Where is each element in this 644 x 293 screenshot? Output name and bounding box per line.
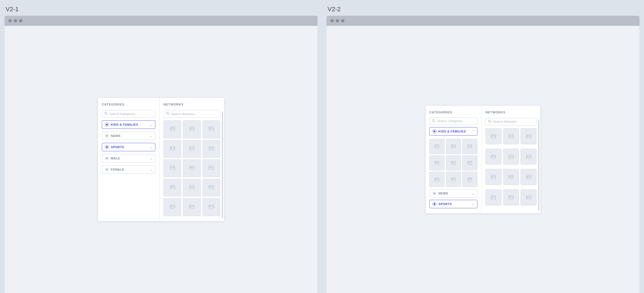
svg-point-59 (509, 135, 510, 136)
v2-net-thumb-5[interactable] (503, 149, 519, 165)
v2-net-thumb-6[interactable] (521, 149, 537, 165)
v2-inline-thumb-1[interactable] (429, 139, 445, 154)
v2-networks-panel: NETWORKS Search Networks... (482, 106, 540, 213)
v1-scrollbar[interactable] (222, 112, 223, 218)
v2-panel-wrapper: CATEGORIES Search Categories... (425, 105, 541, 214)
v2-inline-thumb-2[interactable] (446, 139, 461, 154)
v2-net-thumb-8[interactable] (503, 169, 519, 185)
v1-net-img-icon-10 (170, 185, 175, 190)
svg-point-17 (171, 166, 172, 167)
v1-net-thumb-3[interactable] (203, 120, 220, 138)
v2-inline-thumb-9[interactable] (462, 172, 477, 187)
v1-cat-male-label: MALE (111, 157, 120, 160)
v1-cat-sports-icon (105, 145, 109, 149)
v1-net-img-icon-4 (170, 146, 175, 152)
v1-cat-male-left: MALE (105, 156, 120, 160)
v1-cat-female[interactable]: FEMALE ⌄ (102, 165, 155, 174)
svg-point-47 (468, 162, 469, 162)
v1-net-thumb-8[interactable] (183, 159, 201, 177)
svg-point-34 (433, 119, 434, 121)
v2-net-thumb-1[interactable] (486, 128, 502, 144)
v2-inline-thumb-3[interactable] (462, 139, 477, 154)
v2-cat-kids[interactable]: KIDS & FAMILIES ⌃ (429, 127, 477, 136)
svg-point-27 (210, 186, 211, 187)
svg-point-2 (167, 112, 169, 114)
v2-cat-kids-left: KIDS & FAMILIES (433, 129, 466, 133)
v2-browser-bar (326, 16, 640, 26)
v2-browser-dot-2 (336, 19, 339, 22)
v1-cat-female-chevron: ⌄ (150, 168, 152, 171)
svg-point-41 (468, 145, 469, 146)
v1-net-thumb-12[interactable] (203, 179, 220, 196)
v1-net-thumb-1[interactable] (164, 120, 181, 138)
v1-net-img-icon-12 (209, 185, 214, 190)
v1-cat-male-icon (105, 156, 109, 160)
v2-net-thumb-9[interactable] (521, 169, 537, 185)
svg-point-61 (527, 135, 528, 136)
v1-net-thumb-14[interactable] (183, 198, 201, 216)
v1-cat-sports-left: SPORTS (105, 145, 124, 149)
v1-categories-panel: CATEGORIES Search Categories... (98, 98, 160, 221)
v2-cat-sports[interactable]: SPORTS ⌄ (429, 200, 477, 208)
v2-networks-search[interactable]: Search Networks... (486, 118, 537, 125)
v2-net-thumb-7[interactable] (486, 169, 502, 185)
v2-browser-content: CATEGORIES Search Categories... (326, 26, 640, 293)
svg-point-69 (492, 176, 493, 177)
svg-point-75 (492, 196, 493, 197)
v2-cat-news-chevron: ⌄ (472, 192, 474, 195)
v1-net-thumb-2[interactable] (183, 120, 201, 138)
v1-browser-content: CATEGORIES Search Categories... (4, 26, 318, 293)
svg-point-39 (452, 145, 453, 146)
v1-net-thumb-6[interactable] (203, 140, 220, 158)
v2-inline-thumb-8[interactable] (446, 172, 461, 187)
v1-cat-sports[interactable]: SPORTS ⌄ (102, 143, 155, 151)
v2-browser-dot-3 (341, 19, 344, 22)
v2-inline-thumb-6[interactable] (462, 155, 477, 171)
v2-label: V2-2 (326, 6, 640, 13)
v1-cat-news[interactable]: NEWS ⌄ (102, 132, 155, 140)
svg-point-49 (435, 178, 436, 179)
v2-net-thumb-11[interactable] (503, 189, 519, 205)
v2-cat-sports-left: SPORTS (433, 202, 452, 206)
browser-dot-2 (14, 19, 17, 22)
v2-inline-thumb-4[interactable] (429, 155, 445, 171)
v1-net-thumb-13[interactable] (164, 198, 181, 216)
v1-cat-male-chevron: ⌄ (150, 157, 152, 160)
v1-net-thumb-9[interactable] (203, 159, 220, 177)
v1-net-thumb-10[interactable] (164, 179, 181, 196)
v1-net-img-icon-6 (209, 146, 214, 152)
v1-net-img-icon-7 (170, 166, 175, 171)
v1-net-thumb-11[interactable] (183, 179, 201, 196)
svg-point-11 (171, 147, 172, 148)
svg-point-45 (452, 162, 453, 162)
v2-cat-news-left: NEWS (433, 191, 448, 195)
v1-networks-search[interactable]: Search Networks... (164, 110, 220, 118)
v1-cat-sports-chevron: ⌄ (150, 145, 152, 149)
v2-net-thumb-2[interactable] (503, 128, 519, 144)
v2-scrollbar[interactable] (538, 120, 539, 210)
v2-inline-thumb-7[interactable] (429, 172, 445, 187)
v1-net-img-icon-13 (170, 205, 175, 210)
v1-net-thumb-5[interactable] (183, 140, 201, 158)
v1-net-search-placeholder: Search Networks... (171, 112, 197, 116)
v2-cat-news[interactable]: NEWS ⌄ (429, 189, 477, 198)
v2-net-thumb-12[interactable] (521, 189, 537, 205)
svg-line-3 (168, 114, 169, 115)
v1-cat-kids-left: KIDS & FAMILIES (105, 123, 138, 127)
svg-point-23 (171, 186, 172, 187)
v1-net-thumb-15[interactable] (203, 198, 220, 216)
svg-point-71 (509, 176, 510, 177)
v1-categories-search[interactable]: Search Categories... (102, 110, 155, 118)
v2-net-thumb-3[interactable] (521, 128, 537, 144)
v2-cat-sports-chevron: ⌄ (472, 202, 474, 206)
svg-point-67 (527, 155, 528, 156)
v1-net-img-icon-5 (189, 146, 194, 152)
v2-inline-thumb-5[interactable] (446, 155, 461, 171)
v2-net-thumb-10[interactable] (486, 189, 502, 205)
v1-net-thumb-4[interactable] (164, 140, 181, 158)
v1-net-thumb-7[interactable] (164, 159, 181, 177)
v2-categories-search[interactable]: Search Categories... (429, 117, 477, 125)
v2-net-thumb-4[interactable] (486, 149, 502, 165)
v1-cat-kids[interactable]: KIDS & FAMILIES ⌄ (102, 120, 155, 129)
v1-cat-male[interactable]: MALE ⌄ (102, 154, 155, 162)
